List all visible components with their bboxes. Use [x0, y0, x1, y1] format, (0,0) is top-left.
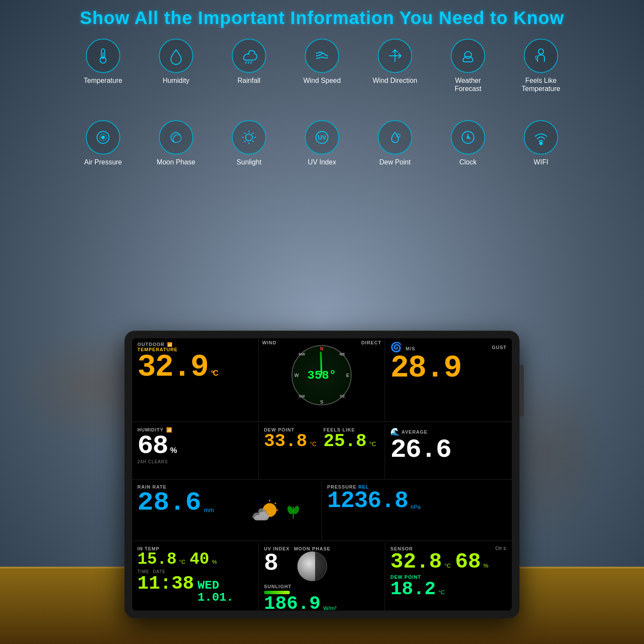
compass-sw: SW: [298, 394, 305, 398]
gust-value-row: 28.9: [390, 353, 507, 384]
weather-cloud-sun-icon: [244, 494, 283, 528]
compass-nw: NW: [298, 352, 305, 356]
dew-point-icon-circle: [378, 120, 412, 155]
sunlight-value: 186.9: [264, 594, 321, 611]
pressure-cell: PRESSURE REL 1236.8 hPa: [322, 481, 512, 541]
svg-line-5: [251, 61, 252, 64]
humidity-value-row: 68 %: [137, 433, 253, 459]
dew-value: 33.8: [264, 432, 307, 450]
temperature-icon-circle: [86, 39, 120, 73]
device-side-button: [519, 365, 524, 416]
indoor-time-cell: IN TEMP 15.8 °C 40 % TIME DATE 11:38 WED: [132, 543, 259, 611]
compass-s: S: [320, 399, 323, 404]
dew-unit: °C: [310, 440, 316, 447]
uv-value: 8: [264, 550, 279, 577]
sensor-humidity-value: 68: [455, 551, 481, 573]
rainfall-icon-circle: [232, 39, 266, 73]
svg-point-28: [467, 137, 469, 138]
humidity-value: 68: [137, 433, 167, 459]
outdoor-label: OUTDOOR: [137, 342, 164, 347]
moon-display: [297, 551, 327, 581]
weather-station-device: OUTDOOR 📶 TEMPERATURE 32.9 °C WIND DIREC…: [125, 331, 519, 618]
icon-weather-forecast: Weather Forecast: [442, 39, 494, 93]
wifi-icon-circle: [524, 120, 558, 155]
icon-wifi: WIFI: [515, 120, 567, 166]
compass-w: W: [294, 373, 298, 378]
svg-line-3: [246, 61, 246, 64]
screen-rain-row: RAIN RATE 28.6 mm: [132, 481, 512, 541]
temp-value-row: 32.9 °C: [137, 352, 253, 383]
device-screen: OUTDOOR 📶 TEMPERATURE 32.9 °C WIND DIREC…: [132, 338, 512, 611]
air-pressure-icon-circle: [86, 120, 120, 155]
moon-shadow: [315, 552, 327, 581]
weather-plant-icon: [287, 502, 300, 519]
dew-feels-cell: DEW POINT 33.8 °C FEELS LIKE 25.8 °C: [259, 424, 386, 479]
sensor-humidity-unit: %: [483, 562, 489, 569]
svg-point-13: [246, 134, 252, 141]
svg-line-4: [248, 61, 249, 64]
svg-point-9: [538, 49, 544, 54]
average-value-row: 26.6: [390, 437, 507, 463]
icons-row-1: Temperature Humidity Rainfall Wind Speed…: [0, 39, 644, 93]
svg-point-12: [102, 136, 104, 139]
rain-cell: RAIN RATE 28.6 mm: [137, 484, 227, 537]
moon-phase-icon-circle: [159, 120, 193, 155]
icons-row-2: Air Pressure Moon Phase Sunlight UV UV I…: [0, 120, 644, 166]
compass-e: E: [346, 373, 349, 378]
feels-value: 25.8: [323, 432, 367, 450]
in-humidity-unit: %: [212, 559, 217, 565]
humidity-label: Humidity: [163, 76, 189, 85]
sensor-cell: SENSOR CH ① 32.8 °C 68 % DEW POINT 18.2 …: [385, 543, 512, 611]
icon-air-pressure: Air Pressure: [77, 120, 129, 166]
rainfall-label: Rainfall: [237, 76, 260, 85]
outdoor-temp-cell: OUTDOOR 📶 TEMPERATURE 32.9 °C: [132, 338, 259, 422]
icon-sunlight: Sunlight: [223, 120, 275, 166]
screen-top-row: OUTDOOR 📶 TEMPERATURE 32.9 °C WIND DIREC…: [132, 338, 512, 422]
gust-label: GUST: [492, 345, 507, 350]
humidity-cell: HUMIDITY 📶 68 % 24h CLEARS: [132, 424, 259, 479]
uv-index-icon-circle: UV: [305, 120, 339, 155]
sensor-temp-value: 32.8: [390, 551, 442, 573]
dew-value-bottom: 18.2: [390, 580, 436, 598]
feels-like-icon-circle: [524, 39, 558, 73]
wind-speed-label: Wind Speed: [303, 76, 340, 85]
wind-compass-cell: WIND DIRECT N S E W NE NW SE SW: [259, 338, 386, 422]
compass-value: 358°: [307, 369, 336, 382]
icon-uv-index: UV UV Index: [296, 120, 348, 166]
sunlight-icon-circle: [232, 120, 266, 155]
weather-forecast-label: Weather Forecast: [442, 76, 494, 93]
icon-feels-like: Feels Like Temperature: [515, 39, 567, 93]
date-num-value: 1.01.: [197, 592, 234, 604]
icon-clock: Clock: [442, 120, 494, 166]
svg-line-20: [252, 133, 254, 134]
average-value: 26.6: [390, 437, 451, 463]
svg-line-18: [244, 133, 246, 134]
sunlight-unit: W/m²: [323, 605, 337, 611]
humidity-unit: %: [170, 447, 176, 454]
humidity-icon-circle: [159, 39, 193, 73]
sensor-temp-unit: °C: [444, 562, 451, 569]
screen-mid-row: HUMIDITY 📶 68 % 24h CLEARS DEW POINT 33.…: [132, 424, 512, 480]
icon-dew-point: Dew Point: [369, 120, 421, 166]
svg-point-29: [540, 142, 542, 145]
temperature-label: Temperature: [84, 76, 122, 85]
rain-unit: mm: [204, 507, 214, 513]
moon-phase-label: Moon Phase: [157, 158, 195, 166]
svg-line-21: [244, 141, 246, 142]
clock-label: Clock: [459, 158, 477, 166]
wind-label: WIND: [262, 340, 276, 345]
icon-moon-phase: Moon Phase: [150, 120, 202, 166]
dew-unit-bottom: °C: [438, 589, 445, 595]
gust-value: 28.9: [390, 353, 461, 384]
direct-label: DIRECT: [361, 340, 381, 345]
clock-icon-circle: [451, 120, 485, 155]
wifi-label: WIFI: [534, 158, 548, 166]
moon-label: MOON PHASE: [294, 546, 331, 551]
wind-direction-icon-circle: [378, 39, 412, 73]
air-pressure-label: Air Pressure: [84, 158, 122, 166]
in-temp-value: 15.8: [137, 551, 176, 568]
feels-like-label: Feels Like Temperature: [515, 76, 567, 93]
pressure-value: 1236.8: [327, 489, 408, 513]
compass-ne: NE: [340, 352, 345, 356]
icon-wind-direction: Wind Direction: [369, 39, 421, 93]
